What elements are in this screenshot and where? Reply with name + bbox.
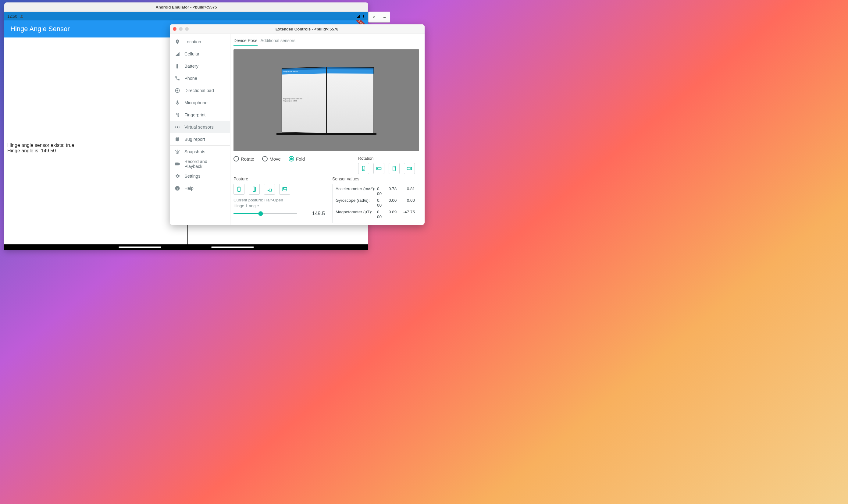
app-title: Hinge Angle Sensor (11, 25, 70, 33)
radio-move[interactable]: Move (262, 156, 281, 162)
posture-closed-button[interactable] (233, 184, 245, 195)
bug-report-icon (175, 137, 180, 142)
directional-pad-icon (175, 88, 180, 93)
sidebar-item-snapshots[interactable]: Snapshots (170, 145, 230, 158)
sidebar-item-directional-pad[interactable]: Directional pad (170, 85, 230, 96)
fingerprint-icon (175, 112, 180, 118)
close-icon[interactable]: × (372, 15, 376, 19)
posture-label: Posture (233, 176, 325, 181)
svg-text:?: ? (176, 187, 178, 190)
sidebar-item-label: Microphone (184, 100, 208, 105)
settings-icon (175, 174, 180, 179)
sidebar-item-label: Snapshots (184, 149, 206, 154)
preview-right-pane (326, 67, 374, 134)
record-and-playback-icon (175, 161, 180, 167)
sidebar-item-label: Bug report (184, 137, 205, 142)
extended-titlebar[interactable]: Extended Controls - <build>:5578 (170, 24, 425, 34)
svg-rect-19 (269, 189, 271, 191)
emulator-window-title: Android Emulator - <build>:5575 (4, 2, 368, 12)
tab-additional-sensors[interactable]: Additional sensors (261, 38, 295, 46)
window-zoom-icon[interactable] (185, 27, 189, 31)
window-minimize-icon[interactable] (179, 27, 182, 31)
posture-halfopen-button[interactable] (264, 184, 275, 195)
phone-icon (175, 76, 180, 81)
svg-point-8 (363, 170, 364, 170)
sidebar-item-phone[interactable]: Phone (170, 72, 230, 85)
posture-buttons (233, 184, 325, 195)
battery-icon (362, 14, 365, 19)
sidebar-item-label: Settings (184, 174, 200, 179)
background-control-window: × – (368, 12, 390, 22)
sidebar-item-label: Help (184, 186, 194, 191)
svg-point-3 (177, 127, 178, 128)
sidebar-item-location[interactable]: Location (170, 36, 230, 48)
microphone-icon (175, 100, 180, 105)
virtual-sensors-icon (175, 124, 180, 130)
sidebar-item-label: Virtual sensors (184, 125, 214, 129)
app-body-left-pane: Hinge angle sensor exists: true Hinge an… (4, 37, 188, 245)
status-clock: 12:50 (7, 14, 17, 19)
sidebar-item-label: Record and Playback (184, 159, 225, 169)
sidebar-item-record-and-playback[interactable]: Record and Playback (170, 158, 230, 170)
preview-left-pane: Hinge Angle Sensor Hinge angle sensor ex… (281, 67, 326, 134)
posture-tabletop-button[interactable] (279, 184, 290, 195)
sidebar-item-battery[interactable]: Battery (170, 60, 230, 72)
sidebar-item-cellular[interactable]: Cellular (170, 48, 230, 60)
sensor-exists-text: Hinge angle sensor exists: true (7, 143, 188, 148)
location-icon (175, 39, 180, 44)
row-accelerometer: Accelerometer (m/s²): 0. 00 9.78 0.81 (336, 186, 416, 196)
sidebar-item-microphone[interactable]: Microphone (170, 96, 230, 109)
status-signal-icon (356, 14, 360, 18)
rotation-landscape-left-button[interactable] (373, 163, 384, 174)
extended-sidebar: LocationCellularBatteryPhoneDirectional … (170, 34, 230, 225)
sensor-values-label: Sensor values (332, 176, 419, 181)
radio-fold[interactable]: Fold (289, 156, 305, 162)
battery-icon (175, 64, 180, 69)
sidebar-item-label: Phone (184, 76, 197, 81)
sidebar-item-help[interactable]: ?Help (170, 182, 230, 194)
svg-rect-21 (283, 190, 286, 191)
window-close-icon[interactable] (173, 27, 176, 31)
minimize-icon[interactable]: – (382, 15, 387, 19)
sensor-tabs: Device Pose Additional sensors (233, 34, 419, 46)
help-icon: ? (175, 185, 180, 191)
hinge-angle-slider[interactable] (233, 211, 297, 217)
sidebar-item-settings[interactable]: Settings (170, 170, 230, 182)
rotation-group: Rotation (358, 156, 419, 174)
device-pose-preview[interactable]: Hinge Angle Sensor Hinge angle sensor ex… (233, 49, 419, 151)
sidebar-item-label: Location (184, 39, 201, 44)
status-app-icon (19, 14, 24, 19)
rotation-label: Rotation (358, 156, 419, 161)
hinge-angle-label: Hinge 1 angle (233, 203, 325, 208)
sidebar-item-virtual-sensors[interactable]: Virtual sensors (170, 121, 230, 133)
extended-controls-window: Extended Controls - <build>:5578 Locatio… (170, 24, 425, 225)
row-gyroscope: Gyroscope (rad/s): 0. 00 0.00 0.00 (336, 198, 416, 208)
current-posture-text: Current posture: Half-Open (233, 198, 325, 202)
cellular-icon (175, 51, 180, 57)
row-magnetometer: Magnetometer (μT): 0. 00 9.89 -47.75 (336, 210, 416, 219)
sidebar-item-label: Battery (184, 64, 198, 69)
rotation-landscape-right-button[interactable] (404, 163, 415, 174)
sidebar-item-label: Fingerprint (184, 112, 206, 117)
window-traffic-lights (173, 27, 189, 31)
sidebar-item-fingerprint[interactable]: Fingerprint (170, 109, 230, 121)
svg-point-12 (394, 167, 394, 167)
svg-point-14 (411, 168, 411, 169)
radio-rotate[interactable]: Rotate (233, 156, 254, 162)
device-nav-bar (4, 245, 368, 250)
svg-point-10 (377, 168, 378, 169)
snapshots-icon (175, 149, 180, 155)
posture-flat-button[interactable] (249, 184, 260, 195)
svg-point-22 (283, 188, 284, 188)
sidebar-item-label: Directional pad (184, 88, 214, 93)
rotation-portrait-reverse-button[interactable] (389, 163, 400, 174)
extended-main: Device Pose Additional sensors Hinge Ang… (230, 34, 425, 225)
rotation-portrait-button[interactable] (358, 163, 369, 174)
pose-mode-radio-group: Rotate Move Fold (233, 156, 305, 162)
svg-point-2 (177, 90, 178, 91)
device-status-bar: 12:50 (4, 12, 368, 20)
svg-point-0 (21, 15, 22, 16)
sidebar-item-bug-report[interactable]: Bug report (170, 133, 230, 145)
tab-device-pose[interactable]: Device Pose (233, 38, 258, 46)
extended-title: Extended Controls - <build>:5578 (192, 27, 422, 31)
